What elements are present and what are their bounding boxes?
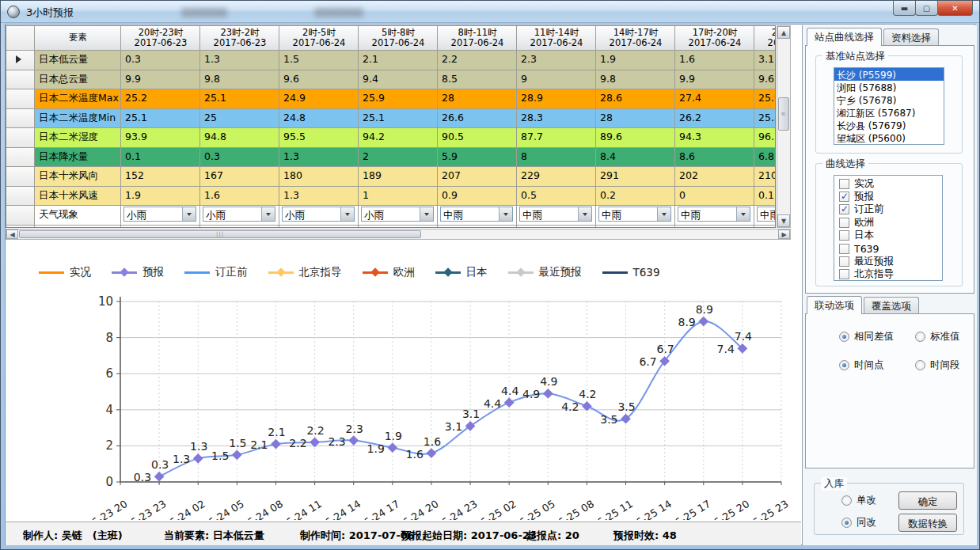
tab-inactive[interactable]: 覆盖选项 bbox=[864, 297, 919, 314]
value-cell[interactable]: 0.3 bbox=[121, 51, 200, 70]
value-cell[interactable]: 9.9 bbox=[121, 70, 200, 90]
value-cell[interactable]: 24.9 bbox=[279, 89, 359, 109]
radio-icon[interactable] bbox=[915, 360, 925, 370]
value-cell[interactable]: 9.6 bbox=[279, 70, 359, 90]
value-cell[interactable]: 87.7 bbox=[517, 128, 596, 148]
value-cell[interactable]: 26.2 bbox=[675, 109, 754, 129]
weather-combobox[interactable]: 中雨 bbox=[757, 207, 776, 222]
value-cell[interactable] bbox=[438, 226, 517, 229]
value-cell[interactable]: 0.5 bbox=[517, 187, 596, 207]
curve-checkbox-row[interactable]: 订正前 bbox=[834, 203, 942, 216]
weather-combobox[interactable]: 小雨 bbox=[361, 207, 434, 222]
value-cell[interactable]: 28 bbox=[438, 89, 517, 109]
value-cell[interactable]: 0.9 bbox=[438, 187, 517, 207]
value-cell[interactable]: 1.3 bbox=[200, 51, 279, 70]
curve-checkbox-row[interactable]: 北京指导 bbox=[834, 268, 942, 281]
value-cell[interactable]: 24.8 bbox=[279, 109, 359, 129]
legend-item[interactable]: 日本 bbox=[435, 265, 488, 279]
value-cell[interactable]: 0.2 bbox=[596, 187, 675, 207]
value-cell[interactable]: 1.3 bbox=[279, 148, 359, 168]
checkbox-icon[interactable] bbox=[839, 269, 849, 279]
value-cell[interactable]: 90.5 bbox=[438, 128, 517, 148]
value-cell[interactable]: 28.9 bbox=[517, 89, 596, 109]
table-horizontal-scrollbar[interactable]: ◀ ||| ▶ bbox=[6, 229, 791, 240]
radio-icon[interactable] bbox=[841, 518, 852, 528]
minimize-button[interactable]: ▬ bbox=[893, 1, 916, 16]
value-cell[interactable]: 8.6 bbox=[675, 148, 754, 168]
scroll-right-button[interactable]: ▶ bbox=[778, 229, 790, 239]
curve-checkbox-row[interactable]: 欧洲 bbox=[834, 216, 942, 229]
tab-active[interactable]: 联动选项 bbox=[807, 296, 862, 314]
link-radio[interactable]: 时间段 bbox=[915, 358, 960, 372]
checkbox-icon[interactable] bbox=[839, 204, 849, 214]
value-cell[interactable] bbox=[754, 226, 776, 229]
value-cell[interactable] bbox=[675, 226, 754, 229]
row-selector-cell[interactable] bbox=[6, 70, 35, 90]
curve-checkbox-row[interactable]: T639 bbox=[834, 242, 942, 255]
value-cell[interactable]: 229 bbox=[517, 167, 596, 187]
weather-combobox[interactable]: 小雨 bbox=[123, 207, 196, 222]
curve-checkbox-row[interactable]: 预报 bbox=[834, 190, 942, 203]
row-selector-cell[interactable] bbox=[6, 148, 35, 168]
combobox-dropdown-button[interactable] bbox=[736, 207, 750, 221]
value-cell[interactable]: 2.1 bbox=[359, 51, 438, 70]
value-cell[interactable]: 207 bbox=[438, 167, 517, 187]
combobox-dropdown-button[interactable] bbox=[578, 207, 591, 221]
store-radio[interactable]: 单改 bbox=[841, 494, 876, 507]
value-cell[interactable] bbox=[121, 226, 200, 229]
value-cell[interactable]: 94.3 bbox=[675, 128, 754, 148]
combobox-dropdown-button[interactable] bbox=[261, 207, 275, 221]
tab-active[interactable]: 站点曲线选择 bbox=[807, 28, 882, 46]
value-cell[interactable]: 9 bbox=[517, 70, 596, 90]
value-cell[interactable]: 2.2 bbox=[438, 51, 517, 70]
value-cell[interactable]: 1.5 bbox=[279, 51, 359, 70]
legend-item[interactable]: T639 bbox=[602, 266, 660, 279]
value-cell[interactable]: 1.3 bbox=[279, 187, 359, 207]
checkbox-icon[interactable] bbox=[839, 256, 849, 267]
legend-item[interactable]: 预报 bbox=[112, 265, 164, 279]
row-selector-cell[interactable] bbox=[6, 206, 35, 226]
value-cell[interactable]: 27.4 bbox=[675, 89, 754, 109]
curve-checkbox-row[interactable]: 实况 bbox=[834, 177, 942, 190]
value-cell[interactable]: 25.1 bbox=[121, 109, 200, 129]
link-radio[interactable]: 相同差值 bbox=[839, 330, 894, 343]
station-list-item[interactable]: 望城区 (P5600) bbox=[834, 131, 944, 144]
row-selector-cell[interactable] bbox=[6, 128, 35, 148]
value-cell[interactable]: 95.5 bbox=[279, 128, 359, 148]
row-selector-cell[interactable] bbox=[6, 167, 35, 187]
checkbox-icon[interactable] bbox=[839, 244, 849, 254]
value-cell[interactable]: 93.9 bbox=[121, 128, 200, 148]
legend-item[interactable]: 北京指导 bbox=[268, 265, 342, 279]
weather-combobox[interactable]: 小雨 bbox=[282, 207, 355, 222]
value-cell[interactable]: 8.5 bbox=[438, 70, 517, 90]
row-selector-cell[interactable] bbox=[6, 109, 35, 129]
weather-combobox[interactable]: 中雨 bbox=[678, 207, 750, 222]
tab-inactive[interactable]: 资料选择 bbox=[883, 28, 939, 46]
row-selector-cell[interactable] bbox=[6, 226, 35, 229]
value-cell[interactable]: 9.8 bbox=[596, 70, 675, 90]
radio-icon[interactable] bbox=[839, 332, 849, 342]
station-list-item[interactable]: 湘江新区 (57687) bbox=[834, 106, 944, 119]
value-cell[interactable]: 28.6 bbox=[596, 89, 675, 109]
value-cell[interactable] bbox=[279, 226, 359, 229]
weather-combobox[interactable]: 中雨 bbox=[440, 207, 513, 222]
store-radio[interactable]: 同改 bbox=[841, 516, 876, 529]
value-cell[interactable]: 25.3 bbox=[754, 109, 776, 129]
value-cell[interactable]: 0 bbox=[675, 187, 754, 207]
value-cell[interactable]: 0.1 bbox=[754, 187, 776, 207]
value-cell[interactable]: 25 bbox=[200, 109, 279, 129]
checkbox-icon[interactable] bbox=[839, 230, 849, 241]
value-cell[interactable]: 25.1 bbox=[200, 89, 279, 109]
value-cell[interactable]: 189 bbox=[359, 167, 438, 187]
station-list-item[interactable]: 长沙县 (57679) bbox=[834, 119, 944, 131]
value-cell[interactable]: 180 bbox=[279, 167, 359, 187]
table-vertical-scrollbar[interactable]: ▲ ≡ ▼ bbox=[777, 25, 791, 228]
value-cell[interactable]: 0.1 bbox=[121, 148, 200, 168]
scroll-down-button[interactable]: ▼ bbox=[777, 214, 790, 227]
station-list-item[interactable]: 长沙 (P5599) bbox=[834, 68, 944, 81]
value-cell[interactable]: 0.3 bbox=[200, 148, 279, 168]
weather-combobox[interactable]: 小雨 bbox=[203, 207, 275, 222]
radio-icon[interactable] bbox=[841, 495, 852, 506]
value-cell[interactable]: 152 bbox=[121, 167, 200, 187]
close-button[interactable]: ✕ bbox=[937, 1, 973, 16]
